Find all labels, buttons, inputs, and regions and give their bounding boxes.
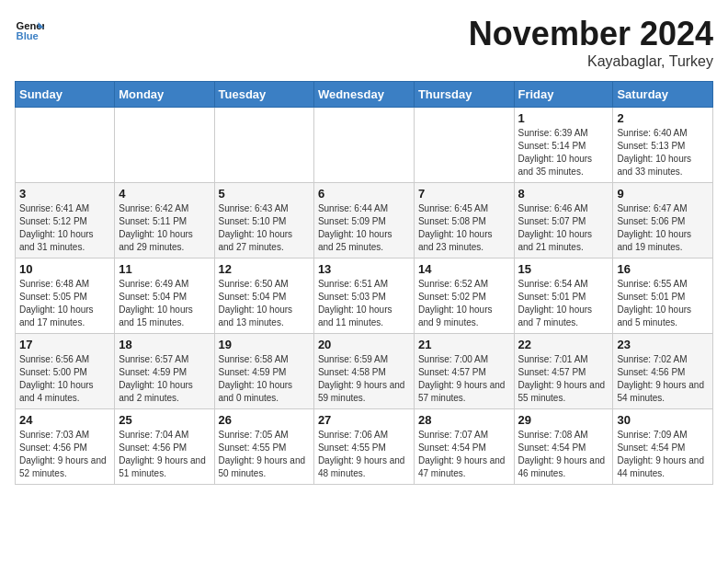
calendar-cell: 4Sunrise: 6:42 AMSunset: 5:11 PMDaylight… (115, 183, 214, 259)
calendar-cell: 3Sunrise: 6:41 AMSunset: 5:12 PMDaylight… (16, 183, 115, 259)
day-number: 15 (518, 262, 609, 276)
day-info: Sunrise: 6:54 AMSunset: 5:01 PMDaylight:… (518, 278, 609, 329)
calendar-cell: 8Sunrise: 6:46 AMSunset: 5:07 PMDaylight… (514, 183, 613, 259)
calendar-cell: 16Sunrise: 6:55 AMSunset: 5:01 PMDayligh… (613, 259, 713, 334)
calendar-cell: 22Sunrise: 7:01 AMSunset: 4:57 PMDayligh… (514, 334, 613, 409)
day-number: 9 (617, 187, 709, 201)
title-block: November 2024 Kayabaglar, Turkey (469, 15, 713, 70)
day-number: 19 (219, 338, 310, 351)
day-number: 30 (617, 413, 709, 427)
day-info: Sunrise: 7:08 AMSunset: 4:54 PMDaylight:… (518, 429, 609, 480)
month-title: November 2024 (469, 15, 713, 53)
calendar-cell: 29Sunrise: 7:08 AMSunset: 4:54 PMDayligh… (514, 409, 613, 485)
calendar-header-row: SundayMondayTuesdayWednesdayThursdayFrid… (16, 82, 713, 108)
day-info: Sunrise: 7:02 AMSunset: 4:56 PMDaylight:… (617, 353, 709, 405)
calendar-cell: 10Sunrise: 6:48 AMSunset: 5:05 PMDayligh… (16, 259, 115, 334)
day-number: 26 (219, 413, 310, 427)
day-number: 17 (19, 338, 110, 351)
day-number: 13 (318, 262, 410, 276)
day-number: 20 (318, 338, 410, 351)
day-info: Sunrise: 7:05 AMSunset: 4:55 PMDaylight:… (219, 429, 310, 480)
day-number: 1 (518, 111, 609, 125)
calendar-cell: 25Sunrise: 7:04 AMSunset: 4:56 PMDayligh… (115, 409, 214, 485)
calendar-cell: 18Sunrise: 6:57 AMSunset: 4:59 PMDayligh… (115, 334, 214, 409)
day-info: Sunrise: 6:55 AMSunset: 5:01 PMDaylight:… (617, 278, 709, 329)
calendar-week-row: 17Sunrise: 6:56 AMSunset: 5:00 PMDayligh… (16, 334, 713, 409)
calendar-cell: 14Sunrise: 6:52 AMSunset: 5:02 PMDayligh… (414, 259, 514, 334)
day-number: 8 (518, 187, 609, 201)
day-number: 28 (418, 413, 510, 427)
day-number: 3 (19, 187, 110, 201)
day-info: Sunrise: 7:04 AMSunset: 4:56 PMDaylight:… (119, 429, 210, 480)
day-info: Sunrise: 6:57 AMSunset: 4:59 PMDaylight:… (119, 353, 210, 405)
calendar-cell: 20Sunrise: 6:59 AMSunset: 4:58 PMDayligh… (313, 334, 414, 409)
day-info: Sunrise: 6:49 AMSunset: 5:04 PMDaylight:… (119, 278, 210, 329)
day-number: 21 (418, 338, 510, 351)
calendar-table: SundayMondayTuesdayWednesdayThursdayFrid… (15, 81, 713, 485)
day-number: 24 (19, 413, 110, 427)
weekday-header: Monday (115, 82, 214, 108)
calendar-cell (313, 108, 414, 183)
weekday-header: Saturday (613, 82, 713, 108)
weekday-header: Tuesday (214, 82, 313, 108)
calendar-cell: 2Sunrise: 6:40 AMSunset: 5:13 PMDaylight… (613, 108, 713, 183)
calendar-cell: 19Sunrise: 6:58 AMSunset: 4:59 PMDayligh… (214, 334, 313, 409)
day-info: Sunrise: 6:46 AMSunset: 5:07 PMDaylight:… (518, 202, 609, 254)
day-info: Sunrise: 6:50 AMSunset: 5:04 PMDaylight:… (219, 278, 310, 329)
day-info: Sunrise: 7:00 AMSunset: 4:57 PMDaylight:… (418, 353, 510, 405)
calendar-cell: 9Sunrise: 6:47 AMSunset: 5:06 PMDaylight… (613, 183, 713, 259)
calendar-cell: 13Sunrise: 6:51 AMSunset: 5:03 PMDayligh… (313, 259, 414, 334)
calendar-cell: 1Sunrise: 6:39 AMSunset: 5:14 PMDaylight… (514, 108, 613, 183)
day-info: Sunrise: 6:40 AMSunset: 5:13 PMDaylight:… (617, 127, 709, 178)
logo: General Blue (15, 15, 44, 44)
day-number: 16 (617, 262, 709, 276)
day-info: Sunrise: 6:52 AMSunset: 5:02 PMDaylight:… (418, 278, 510, 329)
calendar-cell: 7Sunrise: 6:45 AMSunset: 5:08 PMDaylight… (414, 183, 514, 259)
weekday-header: Friday (514, 82, 613, 108)
calendar-cell: 5Sunrise: 6:43 AMSunset: 5:10 PMDaylight… (214, 183, 313, 259)
day-number: 2 (617, 111, 709, 125)
calendar-cell: 6Sunrise: 6:44 AMSunset: 5:09 PMDaylight… (313, 183, 414, 259)
svg-text:Blue: Blue (17, 30, 39, 41)
calendar-cell (115, 108, 214, 183)
day-number: 14 (418, 262, 510, 276)
day-info: Sunrise: 7:01 AMSunset: 4:57 PMDaylight:… (518, 353, 609, 405)
day-info: Sunrise: 6:51 AMSunset: 5:03 PMDaylight:… (318, 278, 410, 329)
day-info: Sunrise: 6:59 AMSunset: 4:58 PMDaylight:… (318, 353, 410, 405)
calendar-cell: 27Sunrise: 7:06 AMSunset: 4:55 PMDayligh… (313, 409, 414, 485)
day-info: Sunrise: 6:39 AMSunset: 5:14 PMDaylight:… (518, 127, 609, 178)
calendar-cell: 15Sunrise: 6:54 AMSunset: 5:01 PMDayligh… (514, 259, 613, 334)
calendar-week-row: 3Sunrise: 6:41 AMSunset: 5:12 PMDaylight… (16, 183, 713, 259)
day-info: Sunrise: 7:06 AMSunset: 4:55 PMDaylight:… (318, 429, 410, 480)
logo-icon: General Blue (15, 15, 44, 44)
day-number: 18 (119, 338, 210, 351)
day-number: 27 (318, 413, 410, 427)
calendar-cell: 23Sunrise: 7:02 AMSunset: 4:56 PMDayligh… (613, 334, 713, 409)
calendar-cell: 26Sunrise: 7:05 AMSunset: 4:55 PMDayligh… (214, 409, 313, 485)
day-number: 23 (617, 338, 709, 351)
day-number: 6 (318, 187, 410, 201)
day-info: Sunrise: 6:58 AMSunset: 4:59 PMDaylight:… (219, 353, 310, 405)
day-info: Sunrise: 7:03 AMSunset: 4:56 PMDaylight:… (19, 429, 110, 480)
calendar-week-row: 24Sunrise: 7:03 AMSunset: 4:56 PMDayligh… (16, 409, 713, 485)
day-info: Sunrise: 6:44 AMSunset: 5:09 PMDaylight:… (318, 202, 410, 254)
calendar-cell: 12Sunrise: 6:50 AMSunset: 5:04 PMDayligh… (214, 259, 313, 334)
day-info: Sunrise: 7:07 AMSunset: 4:54 PMDaylight:… (418, 429, 510, 480)
day-info: Sunrise: 6:45 AMSunset: 5:08 PMDaylight:… (418, 202, 510, 254)
day-number: 4 (119, 187, 210, 201)
day-info: Sunrise: 6:47 AMSunset: 5:06 PMDaylight:… (617, 202, 709, 254)
calendar-cell: 21Sunrise: 7:00 AMSunset: 4:57 PMDayligh… (414, 334, 514, 409)
calendar-cell (214, 108, 313, 183)
day-number: 12 (219, 262, 310, 276)
calendar-week-row: 10Sunrise: 6:48 AMSunset: 5:05 PMDayligh… (16, 259, 713, 334)
calendar-cell: 17Sunrise: 6:56 AMSunset: 5:00 PMDayligh… (16, 334, 115, 409)
day-number: 22 (518, 338, 609, 351)
page-header: General Blue November 2024 Kayabaglar, T… (15, 15, 713, 70)
calendar-week-row: 1Sunrise: 6:39 AMSunset: 5:14 PMDaylight… (16, 108, 713, 183)
weekday-header: Thursday (414, 82, 514, 108)
calendar-cell: 30Sunrise: 7:09 AMSunset: 4:54 PMDayligh… (613, 409, 713, 485)
calendar-cell: 11Sunrise: 6:49 AMSunset: 5:04 PMDayligh… (115, 259, 214, 334)
day-info: Sunrise: 6:48 AMSunset: 5:05 PMDaylight:… (19, 278, 110, 329)
day-number: 5 (219, 187, 310, 201)
day-number: 10 (19, 262, 110, 276)
